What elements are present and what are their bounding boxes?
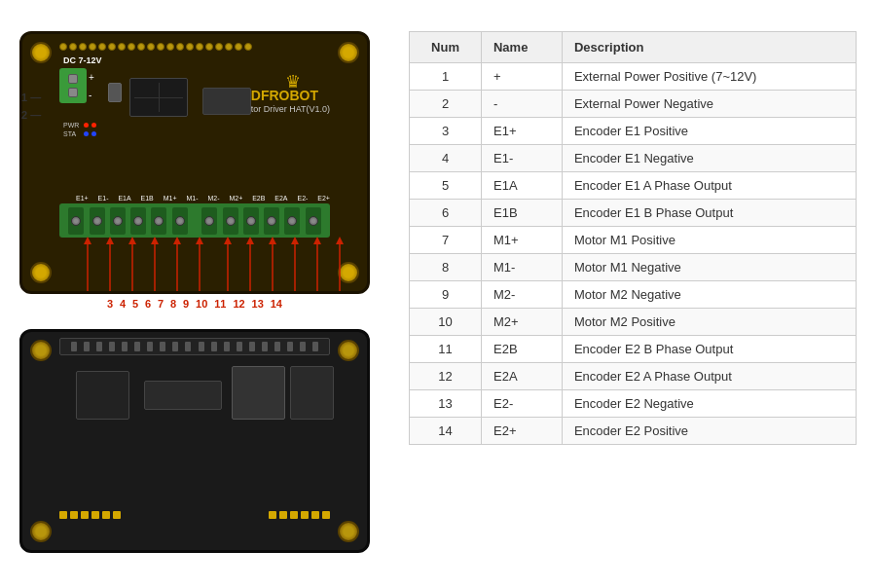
col-header-num: Num [410, 32, 482, 63]
top-board-section: 1 — 2 — [19, 31, 389, 310]
arrows-svg [76, 237, 352, 291]
table-row: 14 E2+ Encoder E2 Positive [410, 418, 857, 445]
hole-bottom-bl [30, 521, 52, 542]
table-header-row: Num Name Description [410, 32, 857, 63]
cell-desc-1: External Power Positive (7~12V) [562, 63, 856, 91]
cell-desc-8: Motor M1 Negative [562, 254, 856, 281]
cell-num-9: 9 [410, 281, 482, 309]
cell-desc-10: Motor M2 Positive [562, 309, 856, 336]
sta-led-row: STA [63, 130, 96, 137]
table-row: 7 M1+ Motor M1 Positive [410, 227, 857, 254]
dfrobot-label: DFROBOT [251, 88, 318, 103]
col-header-desc: Description [562, 32, 856, 63]
table-row: 2 - External Power Negative [410, 91, 857, 118]
table-row: 13 E2- Encoder E2 Negative [410, 390, 857, 418]
hole-tl [30, 42, 52, 63]
cell-name-6: E1B [481, 200, 562, 227]
table-row: 6 E1B Encoder E1 B Phase Output [410, 200, 857, 227]
table-row: 5 E1A Encoder E1 A Phase Output [410, 172, 857, 200]
svg-marker-17 [269, 237, 276, 244]
cell-num-13: 13 [410, 390, 482, 418]
cell-num-12: 12 [410, 363, 482, 390]
table-row: 12 E2A Encoder E2 A Phase Output [410, 363, 857, 390]
hole-bl [30, 262, 52, 283]
cell-name-11: E2B [481, 336, 562, 363]
cell-name-7: M1+ [481, 227, 562, 254]
cell-num-7: 7 [410, 227, 482, 254]
table-row: 1 + External Power Positive (7~12V) [410, 63, 857, 91]
ic-back-2 [144, 381, 222, 410]
power-connector [59, 68, 87, 103]
pwr-label: PWR [63, 122, 81, 129]
hole-tr [338, 42, 359, 63]
power-terminal-neg [68, 88, 78, 97]
plus-label: + [89, 69, 94, 87]
dc-label: DC 7-12V [63, 55, 102, 65]
pwr-led-2 [91, 123, 96, 128]
ic-back-3 [290, 366, 334, 420]
power-terminal-pos [68, 74, 78, 84]
sta-led-blue [84, 131, 89, 136]
cell-num-10: 10 [410, 309, 482, 336]
ic-chip-secondary [202, 88, 251, 115]
cell-num-2: 2 [410, 91, 482, 118]
svg-marker-9 [173, 237, 181, 244]
cell-name-10: M2+ [481, 309, 562, 336]
cell-num-8: 8 [410, 254, 482, 281]
cell-name-3: E1+ [481, 118, 562, 145]
cell-name-4: E1- [481, 145, 562, 172]
gpio-pin [59, 43, 67, 51]
svg-marker-3 [106, 237, 114, 244]
left-panel: 1 — 2 — [19, 31, 389, 553]
cell-desc-9: Motor M2 Negative [562, 281, 856, 309]
cell-desc-6: Encoder E1 B Phase Output [562, 200, 856, 227]
pwr-led-row: PWR [63, 122, 96, 129]
table-row: 3 E1+ Encoder E1 Positive [410, 118, 857, 145]
cell-num-3: 3 [410, 118, 482, 145]
minus-label: - [89, 87, 94, 104]
cell-desc-11: Encoder E2 B Phase Output [562, 336, 856, 363]
cell-num-11: 11 [410, 336, 482, 363]
cell-desc-4: Encoder E1 Negative [562, 145, 856, 172]
gpio-header [59, 40, 330, 54]
cell-num-6: 6 [410, 200, 482, 227]
ic-back-large [232, 366, 285, 420]
cell-desc-13: Encoder E2 Negative [562, 390, 856, 418]
svg-marker-19 [291, 237, 299, 244]
cell-desc-7: Motor M1 Positive [562, 227, 856, 254]
cell-name-8: M1- [481, 254, 562, 281]
board-top-view: DC 7-12V + - ♛ DFROBOT DC Motor Driver H… [19, 31, 370, 294]
cell-num-5: 5 [410, 172, 482, 200]
pwr-led-red [84, 123, 89, 128]
crown-icon: ♛ [285, 71, 309, 89]
label-2: 2 — [21, 109, 41, 121]
cell-name-5: E1A [481, 172, 562, 200]
cell-name-12: E2A [481, 363, 562, 390]
cell-name-13: E2- [481, 390, 562, 418]
table-row: 9 M2- Motor M2 Negative [410, 281, 857, 309]
hole-bottom-tr [338, 340, 359, 361]
svg-marker-11 [196, 237, 203, 244]
board-bottom-view [19, 329, 370, 553]
leds-area: PWR STA [63, 122, 96, 137]
cell-num-14: 14 [410, 418, 482, 445]
hole-bottom-tl [30, 340, 52, 361]
cell-desc-2: External Power Negative [562, 91, 856, 118]
cell-num-4: 4 [410, 145, 482, 172]
svg-marker-5 [128, 237, 136, 244]
col-header-name: Name [481, 32, 562, 63]
svg-marker-23 [336, 237, 344, 244]
hole-bottom-br [338, 521, 359, 542]
cell-name-9: M2- [481, 281, 562, 309]
cell-name-1: + [481, 63, 562, 91]
cell-desc-14: Encoder E2 Positive [562, 418, 856, 445]
ic-back-1 [76, 371, 129, 420]
bottom-pads [59, 509, 330, 521]
svg-marker-1 [84, 237, 91, 244]
table-row: 11 E2B Encoder E2 B Phase Output [410, 336, 857, 363]
svg-marker-15 [246, 237, 254, 244]
terminal-block [59, 203, 330, 238]
terminal-label-row: E1+ E1- E1A E1B M1+ M1- M2- M2+ E2B E2A … [76, 195, 330, 202]
svg-marker-13 [224, 237, 232, 244]
number-labels: 3 4 5 6 7 8 9 10 11 12 13 14 [19, 294, 370, 310]
